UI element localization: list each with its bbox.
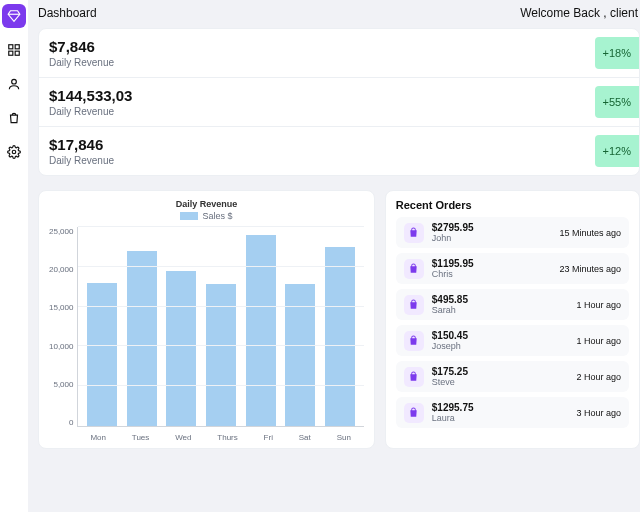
orders-list: $2795.95John15 Minutes ago$1195.95Chris2…: [396, 217, 629, 428]
order-time: 15 Minutes ago: [559, 228, 621, 238]
order-time: 1 Hour ago: [576, 336, 621, 346]
y-tick: 25,000: [49, 227, 73, 236]
gem-icon: [7, 9, 21, 23]
svg-rect-1: [15, 45, 19, 49]
chart-bar: [166, 271, 196, 426]
kpi-card: $144,533,03 Daily Revenue +55%: [39, 78, 639, 127]
nav-settings[interactable]: [2, 140, 26, 164]
welcome-text: Welcome Back , client: [520, 6, 638, 20]
order-name: Laura: [432, 413, 569, 423]
svg-rect-3: [15, 51, 19, 55]
sidebar: [0, 0, 28, 512]
chart-bar: [127, 251, 157, 426]
kpi-card: $17,846 Daily Revenue +12%: [39, 127, 639, 175]
x-tick: Mon: [90, 433, 106, 442]
kpi-label: Daily Revenue: [49, 106, 132, 117]
orders-title: Recent Orders: [396, 199, 629, 211]
header: Dashboard Welcome Back , client: [38, 6, 640, 28]
y-tick: 15,000: [49, 303, 73, 312]
order-name: Chris: [432, 269, 552, 279]
main-content: Dashboard Welcome Back , client $7,846 D…: [28, 0, 640, 512]
y-tick: 5,000: [49, 380, 73, 389]
svg-rect-2: [9, 51, 13, 55]
order-amount: $1195.95: [432, 258, 552, 269]
bag-icon: [7, 111, 21, 125]
bag-icon: [404, 223, 424, 243]
nav-orders[interactable]: [2, 106, 26, 130]
order-time: 23 Minutes ago: [559, 264, 621, 274]
kpi-delta-badge: +18%: [595, 37, 639, 69]
recent-orders-card: Recent Orders $2795.95John15 Minutes ago…: [385, 190, 640, 449]
page-title: Dashboard: [38, 6, 97, 20]
chart-legend: Sales $: [49, 211, 364, 221]
x-tick: Sun: [337, 433, 351, 442]
bag-icon: [404, 403, 424, 423]
kpi-value: $7,846: [49, 38, 114, 55]
order-name: Joseph: [432, 341, 569, 351]
chart-x-axis: MonTuesWedThursFriSatSun: [77, 427, 363, 442]
bag-icon: [404, 295, 424, 315]
order-amount: $495.85: [432, 294, 569, 305]
order-time: 2 Hour ago: [576, 372, 621, 382]
revenue-chart-card: Daily Revenue Sales $ 25,000 20,000 15,0…: [38, 190, 375, 449]
kpi-delta-badge: +12%: [595, 135, 639, 167]
chart-bar: [87, 283, 117, 426]
y-tick: 10,000: [49, 342, 73, 351]
y-tick: 0: [49, 418, 73, 427]
chart-bar: [246, 235, 276, 426]
order-row[interactable]: $1195.95Chris23 Minutes ago: [396, 253, 629, 284]
bag-icon: [404, 367, 424, 387]
x-tick: Wed: [175, 433, 191, 442]
kpi-label: Daily Revenue: [49, 155, 114, 166]
order-row[interactable]: $175.25Steve2 Hour ago: [396, 361, 629, 392]
order-name: John: [432, 233, 552, 243]
order-name: Steve: [432, 377, 569, 387]
x-tick: Thurs: [217, 433, 237, 442]
order-amount: $2795.95: [432, 222, 552, 233]
y-tick: 20,000: [49, 265, 73, 274]
order-row[interactable]: $2795.95John15 Minutes ago: [396, 217, 629, 248]
bag-icon: [404, 259, 424, 279]
x-tick: Tues: [132, 433, 150, 442]
order-row[interactable]: $150.45Joseph1 Hour ago: [396, 325, 629, 356]
grid-icon: [7, 43, 21, 57]
bag-icon: [404, 331, 424, 351]
order-amount: $1295.75: [432, 402, 569, 413]
order-time: 3 Hour ago: [576, 408, 621, 418]
legend-label: Sales $: [202, 211, 232, 221]
kpi-value: $144,533,03: [49, 87, 132, 104]
order-amount: $175.25: [432, 366, 569, 377]
order-row[interactable]: $495.85Sarah1 Hour ago: [396, 289, 629, 320]
chart-title: Daily Revenue: [49, 199, 364, 209]
gear-icon: [7, 145, 21, 159]
nav-dashboard[interactable]: [2, 4, 26, 28]
svg-rect-0: [9, 45, 13, 49]
order-row[interactable]: $1295.75Laura3 Hour ago: [396, 397, 629, 428]
nav-apps[interactable]: [2, 38, 26, 62]
user-icon: [7, 77, 21, 91]
kpi-value: $17,846: [49, 136, 114, 153]
kpi-card: $7,846 Daily Revenue +18%: [39, 29, 639, 78]
x-tick: Fri: [264, 433, 273, 442]
nav-users[interactable]: [2, 72, 26, 96]
chart-plot: [77, 227, 363, 427]
order-name: Sarah: [432, 305, 569, 315]
kpi-delta-badge: +55%: [595, 86, 639, 118]
chart-bar: [325, 247, 355, 426]
x-tick: Sat: [299, 433, 311, 442]
svg-point-4: [12, 79, 17, 84]
legend-swatch: [180, 212, 198, 220]
kpi-stack: $7,846 Daily Revenue +18% $144,533,03 Da…: [38, 28, 640, 176]
order-time: 1 Hour ago: [576, 300, 621, 310]
kpi-label: Daily Revenue: [49, 57, 114, 68]
chart-y-axis: 25,000 20,000 15,000 10,000 5,000 0: [49, 227, 73, 427]
svg-point-5: [12, 150, 16, 154]
order-amount: $150.45: [432, 330, 569, 341]
